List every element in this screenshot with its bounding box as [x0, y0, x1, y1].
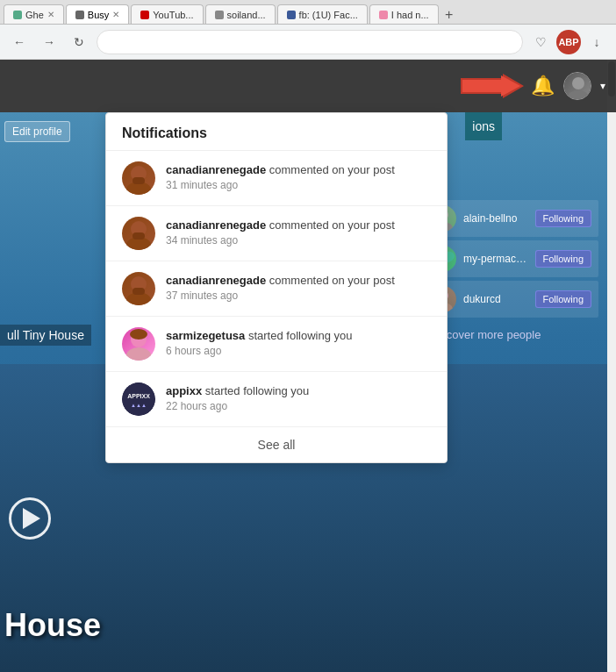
user-avatar[interactable] — [563, 72, 591, 100]
tab-ghe[interactable]: Ghe ✕ — [4, 4, 64, 24]
notif-action-5: started following you — [202, 384, 309, 397]
scrollbar[interactable] — [607, 60, 616, 672]
svg-point-21 — [130, 329, 147, 340]
notification-item-4[interactable]: sarmizegetusa started following you 6 ho… — [106, 317, 447, 372]
svg-rect-22 — [122, 382, 155, 416]
notification-avatar-1 — [122, 161, 155, 195]
heart-icon: ♡ — [535, 35, 547, 49]
see-all-link[interactable]: See all — [106, 427, 447, 462]
bell-area: 🔔 — [461, 73, 555, 99]
back-button[interactable]: ← — [7, 30, 32, 54]
header-icons: 🔔 ▾ — [461, 72, 605, 100]
tab-close-ghe[interactable]: ✕ — [47, 10, 54, 19]
adblock-button[interactable]: ABP — [556, 30, 581, 54]
svg-text:APPIXX: APPIXX — [127, 393, 150, 399]
page-content: 🔔 ▾ Edit profile ions — [0, 60, 616, 672]
avatar-image — [564, 73, 591, 99]
following-item-1: alain-bellno Following — [423, 200, 598, 237]
svg-point-3 — [568, 90, 589, 100]
notif-user-4: sarmizegetusa — [166, 329, 245, 342]
notif-user-3: canadianrenegade — [166, 274, 266, 287]
notif-user-1: canadianrenegade — [166, 163, 266, 176]
notif-time-3: 37 minutes ago — [166, 290, 431, 302]
notifications-dropdown: Notifications canadianrenegade commented… — [105, 112, 448, 463]
site-header: 🔔 ▾ — [0, 60, 616, 112]
following-name-3: dukurcd — [463, 293, 528, 305]
notification-text-1: canadianrenegade commented on your post … — [166, 161, 431, 191]
svg-point-20 — [126, 347, 151, 361]
following-name-2: my-permacu... — [463, 253, 528, 265]
notif-action-2: commented on your post — [266, 218, 395, 232]
following-button-2[interactable]: Following — [535, 250, 591, 268]
arrow-indicator — [461, 73, 524, 99]
notification-item-2[interactable]: canadianrenegade commented on your post … — [106, 206, 447, 261]
following-button-1[interactable]: Following — [535, 210, 591, 227]
following-button-3[interactable]: Following — [535, 290, 591, 308]
tab-youtube[interactable]: YouTub... — [131, 4, 203, 24]
notifications-title: Notifications — [106, 113, 447, 151]
svg-rect-18 — [133, 288, 145, 295]
tab-soiland[interactable]: soiland... — [205, 4, 276, 24]
svg-rect-12 — [133, 177, 145, 184]
notification-avatar-4 — [122, 327, 155, 361]
edit-profile-button[interactable]: Edit profile — [4, 121, 70, 142]
house-title: House — [4, 607, 101, 644]
notif-action-4: started following you — [245, 329, 352, 342]
svg-rect-15 — [133, 232, 145, 239]
following-item-3: dukurcd Following — [423, 281, 598, 318]
download-icon: ↓ — [594, 35, 600, 49]
following-panel: alain-bellno Following my-permacu... Fol… — [423, 200, 598, 348]
notification-avatar-3 — [122, 272, 155, 305]
notif-action-1: commented on your post — [266, 163, 395, 176]
heart-button[interactable]: ♡ — [528, 30, 553, 54]
tab-close-busy[interactable]: ✕ — [112, 10, 119, 19]
play-icon — [23, 508, 40, 529]
notif-time-5: 22 hours ago — [166, 400, 431, 412]
notification-item-1[interactable]: canadianrenegade commented on your post … — [106, 151, 447, 206]
notif-action-3: commented on your post — [266, 274, 395, 287]
add-tab-button[interactable]: + — [441, 6, 458, 24]
download-button[interactable]: ↓ — [584, 30, 609, 54]
bell-icon[interactable]: 🔔 — [531, 75, 555, 97]
discover-more-link[interactable]: Discover more people — [423, 321, 598, 348]
forward-button[interactable]: → — [37, 30, 61, 54]
notif-user-2: canadianrenegade — [166, 218, 266, 232]
browser-toolbar: ← → ↻ ♡ ABP ↓ — [0, 25, 616, 60]
notif-user-5: appixx — [166, 384, 202, 397]
notification-item-5[interactable]: APPIXX ▲▲▲ appixx started following you … — [106, 372, 447, 427]
dropdown-caret[interactable]: ▾ — [600, 80, 605, 92]
toolbar-icons: ♡ ABP ↓ — [528, 30, 609, 54]
svg-point-2 — [572, 77, 584, 89]
tab-had[interactable]: I had n... — [369, 4, 439, 24]
notif-time-2: 34 minutes ago — [166, 234, 431, 247]
tiny-house-text: ull Tiny House — [0, 325, 91, 346]
address-bar[interactable] — [97, 30, 523, 54]
notification-text-2: canadianrenegade commented on your post … — [166, 217, 431, 247]
svg-text:▲▲▲: ▲▲▲ — [131, 403, 147, 408]
steem-header-partial: ions — [465, 112, 502, 140]
notification-text-5: appixx started following you 22 hours ag… — [166, 382, 431, 412]
notification-avatar-5: APPIXX ▲▲▲ — [122, 382, 155, 416]
refresh-button[interactable]: ↻ — [67, 30, 91, 54]
following-name-1: alain-bellno — [463, 212, 528, 225]
notification-avatar-2 — [122, 217, 155, 250]
notification-text-3: canadianrenegade commented on your post … — [166, 272, 431, 302]
play-button[interactable] — [9, 497, 51, 540]
browser-tabs: Ghe ✕ Busy ✕ YouTub... soiland... fb: (1… — [0, 0, 616, 25]
tab-busy[interactable]: Busy ✕ — [66, 4, 129, 24]
notif-time-1: 31 minutes ago — [166, 179, 431, 191]
following-item-2: my-permacu... Following — [423, 240, 598, 277]
notif-time-4: 6 hours ago — [166, 345, 431, 357]
tab-facebook[interactable]: fb: (1U) Fac... — [277, 4, 368, 24]
notification-item-3[interactable]: canadianrenegade commented on your post … — [106, 261, 447, 317]
arrow-svg — [461, 73, 524, 99]
notification-text-4: sarmizegetusa started following you 6 ho… — [166, 327, 431, 357]
